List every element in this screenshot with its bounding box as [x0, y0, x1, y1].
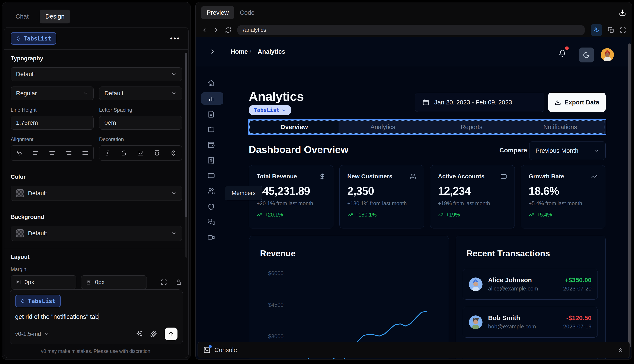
refresh-icon[interactable]	[225, 27, 231, 33]
align-left-icon[interactable]	[33, 150, 39, 156]
prompt-composer[interactable]: TabsList get rid of the "notifications" …	[10, 290, 183, 344]
preview-scrollbar-thumb[interactable]	[628, 44, 631, 347]
shield-icon[interactable]	[208, 203, 215, 210]
tab-chat[interactable]: Chat	[10, 10, 34, 24]
trending-up-icon	[347, 212, 353, 218]
copy-icon[interactable]	[608, 27, 614, 33]
moon-icon	[583, 51, 590, 58]
transaction-row-bob[interactable]: Bob Smith bob@example.com -$120.50 2023-…	[463, 307, 598, 338]
layout-title: Layout	[11, 254, 182, 260]
expand-icon[interactable]	[161, 279, 167, 285]
export-data-button[interactable]: Export Data	[548, 93, 606, 112]
inspect-pointer-button[interactable]	[591, 24, 602, 36]
chevrons-up-icon[interactable]	[617, 346, 624, 353]
breadcrumb-current: Analytics	[258, 48, 285, 55]
overline-icon[interactable]	[154, 150, 160, 156]
background-select[interactable]: Default	[11, 226, 182, 241]
component-badge[interactable]: TabsList	[249, 105, 291, 115]
compare-select[interactable]: Previous Month	[529, 142, 606, 160]
sidebar-toggle-icon[interactable]	[209, 48, 216, 55]
sidebar-tooltip-members: Members	[225, 186, 262, 200]
line-height-input[interactable]: 1.75rem	[11, 116, 94, 130]
messages-icon[interactable]	[208, 218, 215, 226]
send-button[interactable]	[165, 328, 177, 340]
theme-toggle-button[interactable]	[579, 48, 594, 62]
italic-icon[interactable]	[104, 150, 111, 156]
selected-component-chip[interactable]: TabsList	[11, 32, 56, 45]
console-bar[interactable]: Console	[198, 342, 630, 358]
chevron-down-icon	[594, 148, 599, 154]
download-icon[interactable]	[619, 9, 626, 16]
stat-card-growth-rate: Growth Rate 18.6% +5.4% from last month …	[521, 165, 605, 228]
fullscreen-icon[interactable]	[620, 27, 626, 33]
undo-icon[interactable]	[16, 150, 23, 156]
color-select[interactable]: Default	[11, 186, 182, 201]
users-icon	[410, 173, 416, 180]
strikethrough-icon[interactable]	[121, 150, 127, 156]
typography-title: Typography	[11, 55, 182, 62]
transaction-row-alice[interactable]: Alice Johnson alice@example.com +$350.00…	[463, 269, 598, 300]
users-icon[interactable]	[208, 187, 215, 194]
model-select[interactable]: v0-1.5-md	[15, 331, 49, 337]
tab-analytics[interactable]: Analytics	[339, 121, 427, 133]
tab-preview[interactable]: Preview	[201, 6, 234, 19]
letter-spacing-input[interactable]: 0em	[99, 116, 182, 130]
margin-y-input[interactable]: 0px	[81, 275, 147, 289]
diamond-icon	[20, 298, 25, 304]
forward-icon[interactable]	[213, 27, 219, 33]
newspaper-icon[interactable]	[208, 110, 215, 118]
receipt-icon[interactable]	[208, 157, 215, 164]
tab-notifications[interactable]: Notifications	[516, 121, 604, 133]
tab-design[interactable]: Design	[40, 10, 70, 24]
user-avatar[interactable]	[601, 48, 614, 62]
sparkles-icon[interactable]	[136, 330, 143, 338]
chevron-down-icon	[44, 332, 49, 336]
no-decoration-icon[interactable]	[170, 150, 177, 156]
app-preview: Home / Analytics	[196, 37, 631, 359]
mouse-pointer-click-icon	[593, 27, 600, 33]
url-input[interactable]: /analytics	[237, 25, 585, 36]
stat-card-active-accounts: Active Accounts 12,234 +19% from last mo…	[430, 165, 515, 228]
back-icon[interactable]	[201, 27, 208, 33]
folder-icon[interactable]	[208, 126, 215, 133]
background-section: Background Default	[4, 208, 188, 248]
tab-reports[interactable]: Reports	[427, 121, 516, 133]
date-range-button[interactable]: Jan 20, 2023 - Feb 09, 2023	[415, 93, 544, 112]
notification-dot	[565, 46, 569, 50]
alignment-group	[11, 145, 94, 161]
align-center-icon[interactable]	[49, 150, 55, 156]
bar-chart-icon[interactable]	[208, 95, 215, 102]
design-scrollbar-thumb[interactable]	[185, 53, 187, 217]
chevron-down-icon	[281, 108, 286, 112]
tab-overview[interactable]: Overview	[250, 121, 339, 133]
transaction-amount: -$120.50	[563, 314, 591, 322]
underline-icon[interactable]	[137, 150, 144, 156]
wallet-icon[interactable]	[208, 141, 215, 148]
composer-component-chip[interactable]: TabsList	[15, 295, 61, 307]
video-icon[interactable]	[208, 234, 215, 241]
breadcrumb-home[interactable]: Home	[231, 48, 248, 55]
component-menu-button[interactable]: •••	[168, 34, 182, 42]
tab-code[interactable]: Code	[234, 6, 260, 19]
credit-card-icon[interactable]	[208, 172, 215, 179]
home-icon[interactable]	[208, 80, 215, 87]
credit-card-icon	[500, 173, 507, 180]
prompt-input[interactable]: get rid of the "notifications" tab	[15, 313, 177, 320]
font-weight-select[interactable]: Regular	[11, 86, 94, 100]
notifications-bell-button[interactable]	[558, 50, 566, 57]
dollar-sign-icon	[319, 173, 326, 180]
design-panel-tabs: Chat Design	[2, 2, 190, 25]
align-right-icon[interactable]	[66, 150, 72, 156]
trending-up-icon	[257, 212, 262, 218]
paperclip-icon[interactable]	[150, 330, 157, 338]
page-title: Analytics	[249, 89, 304, 104]
margin-x-input[interactable]: 0px	[11, 275, 76, 289]
align-justify-icon[interactable]	[82, 150, 88, 156]
chevron-down-icon	[171, 72, 177, 77]
trending-up-icon	[438, 212, 444, 218]
revenue-line-chart	[249, 236, 449, 359]
font-size-select[interactable]: Default	[99, 86, 182, 100]
lock-icon[interactable]	[176, 279, 182, 285]
background-swatch	[16, 229, 24, 238]
font-family-select[interactable]: Default	[11, 67, 182, 81]
